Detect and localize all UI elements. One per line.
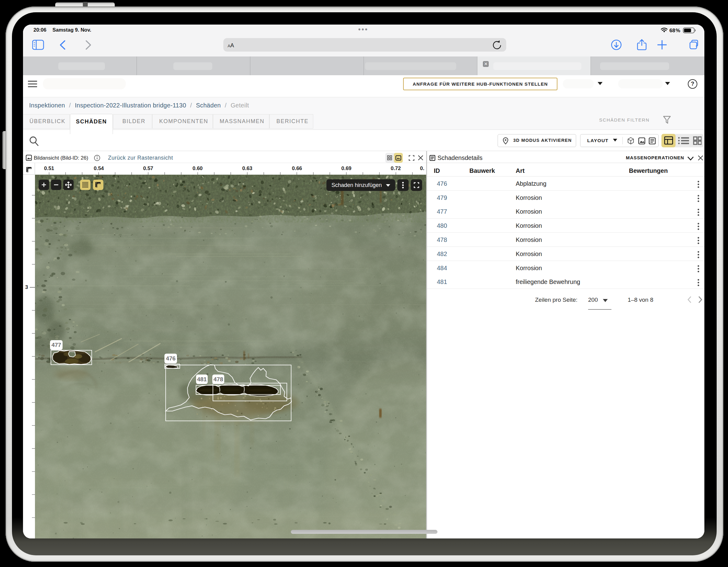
svg-text:68 %: 68 % — [669, 28, 680, 33]
